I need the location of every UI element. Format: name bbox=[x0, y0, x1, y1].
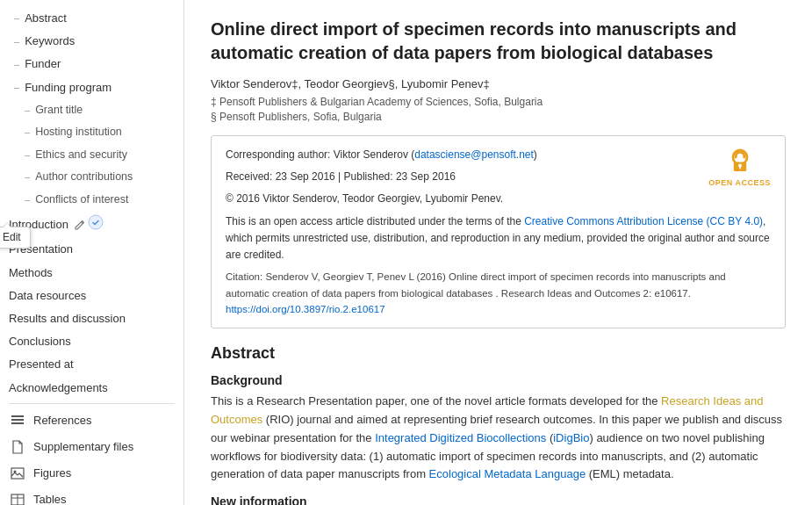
sidebar-item-keywords[interactable]: – Keywords bbox=[0, 30, 183, 53]
dates-line: Received: 23 Sep 2016 | Published: 23 Se… bbox=[226, 169, 771, 185]
sidebar-item-references[interactable]: References bbox=[0, 408, 183, 434]
license-line: This is an open access article distribut… bbox=[226, 213, 771, 264]
background-subtitle: Background bbox=[211, 373, 786, 387]
sidebar-item-presented-at[interactable]: Presented at bbox=[0, 353, 183, 376]
sidebar-item-results[interactable]: Results and discussion bbox=[0, 307, 183, 330]
list-icon bbox=[9, 412, 26, 429]
svg-point-0 bbox=[89, 215, 103, 229]
sidebar-top-section: – Abstract – Keywords – Funder – Funding… bbox=[0, 7, 183, 400]
idigbio-link[interactable]: Integrated Digitized Biocollections bbox=[375, 431, 546, 444]
sidebar-item-acknowledgements[interactable]: Acknowledgements bbox=[0, 377, 183, 400]
sidebar-item-supplementary[interactable]: Supplementary files bbox=[0, 434, 183, 460]
sidebar-item-data-resources[interactable]: Data resources bbox=[0, 285, 183, 307]
edit-pencil-icon[interactable] bbox=[74, 219, 86, 231]
open-access-label: OPEN ACCESS bbox=[708, 177, 771, 189]
main-content: Online direct import of specimen records… bbox=[184, 0, 812, 505]
article-info-box: Corresponding author: Viktor Senderov (d… bbox=[211, 135, 786, 328]
sidebar-item-funder[interactable]: – Funder bbox=[0, 53, 183, 76]
edit-circle-icon[interactable] bbox=[88, 214, 104, 234]
authors-line: Viktor Senderov‡, Teodor Georgiev§, Lyub… bbox=[211, 77, 786, 90]
open-access-badge: OPEN ACCESS bbox=[708, 147, 771, 189]
svg-rect-1 bbox=[11, 415, 24, 417]
article-title: Online direct import of specimen records… bbox=[211, 18, 786, 65]
svg-rect-4 bbox=[11, 468, 24, 479]
edit-tooltip: Edit bbox=[0, 227, 31, 249]
sidebar: – Abstract – Keywords – Funder – Funding… bbox=[0, 0, 184, 505]
sidebar-item-hosting-institution[interactable]: – Hosting institution bbox=[0, 121, 183, 144]
license-link[interactable]: Creative Commons Attribution License (CC… bbox=[524, 215, 763, 227]
copyright-line: © 2016 Viktor Senderov, Teodor Georgiev,… bbox=[226, 191, 771, 207]
sidebar-item-conflicts-interest[interactable]: – Conflicts of interest bbox=[0, 189, 183, 212]
sidebar-item-funding-program[interactable]: – Funding program bbox=[0, 76, 183, 99]
sidebar-item-grant-title[interactable]: – Grant title bbox=[0, 99, 183, 122]
corresponding-email-link[interactable]: datasciense@pensoft.net bbox=[414, 148, 534, 161]
svg-rect-2 bbox=[11, 419, 24, 421]
image-icon bbox=[9, 465, 26, 482]
sidebar-bottom-section: References Supplementary files Figures bbox=[0, 408, 183, 505]
sidebar-item-author-contributions[interactable]: – Author contributions bbox=[0, 166, 183, 189]
background-text: This is a Research Presentation paper, o… bbox=[211, 393, 786, 484]
corresponding-author-line: Corresponding author: Viktor Senderov (d… bbox=[226, 147, 771, 163]
sidebar-item-abstract[interactable]: – Abstract bbox=[0, 7, 183, 30]
doi-link[interactable]: https://doi.org/10.3897/rio.2.e10617 bbox=[226, 304, 385, 314]
sidebar-item-introduction[interactable]: Introduction Edit bbox=[0, 211, 183, 238]
sidebar-item-methods[interactable]: Methods bbox=[0, 262, 183, 285]
sidebar-item-conclusions[interactable]: Conclusions bbox=[0, 330, 183, 353]
citation-line: Citation: Senderov V, Georgiev T, Penev … bbox=[226, 269, 771, 317]
file-icon bbox=[9, 438, 26, 456]
svg-rect-3 bbox=[11, 422, 24, 424]
eml-link[interactable]: Ecological Metadata Language bbox=[429, 467, 586, 480]
sidebar-item-tables[interactable]: Tables bbox=[0, 487, 183, 505]
sidebar-item-figures[interactable]: Figures bbox=[0, 460, 183, 487]
affiliation-1: ‡ Pensoft Publishers & Bulgarian Academy… bbox=[211, 96, 786, 108]
idigbio-short-link[interactable]: iDigBio bbox=[553, 431, 589, 444]
sidebar-item-ethics-security[interactable]: – Ethics and security bbox=[0, 144, 183, 167]
abstract-section-title: Abstract bbox=[211, 344, 786, 363]
table-icon bbox=[9, 491, 26, 505]
sidebar-divider bbox=[9, 403, 175, 404]
new-info-subtitle: New information bbox=[211, 494, 786, 505]
affiliation-2: § Pensoft Publishers, Sofia, Bulgaria bbox=[211, 111, 786, 123]
svg-rect-15 bbox=[739, 166, 741, 169]
